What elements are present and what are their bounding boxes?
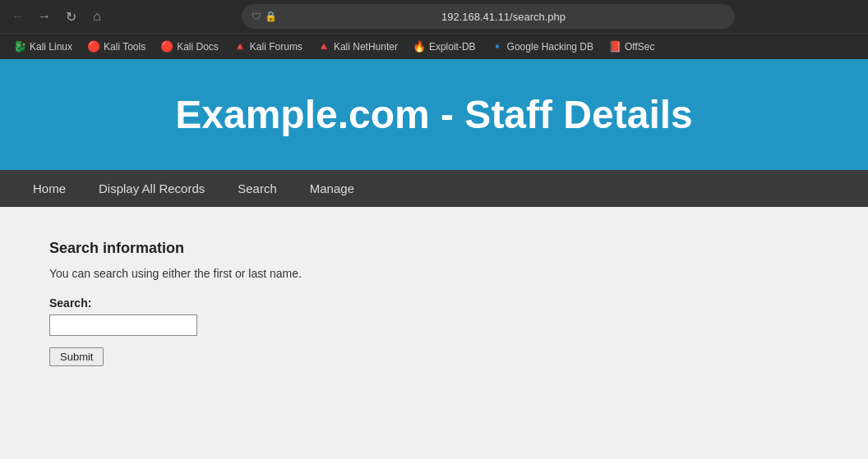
bookmark-exploit-db-label: Exploit-DB (429, 41, 476, 53)
bookmark-kali-tools-label: Kali Tools (104, 41, 145, 53)
search-heading: Search information (49, 240, 819, 257)
lock-icon: 🔒 (265, 11, 277, 22)
bookmark-kali-tools[interactable]: 🔴 Kali Tools (81, 38, 152, 55)
search-input[interactable] (49, 314, 197, 336)
kali-nethunter-icon: 🔺 (317, 40, 330, 53)
kali-linux-icon: 🐉 (13, 40, 26, 53)
bookmark-kali-docs-label: Kali Docs (177, 41, 219, 53)
bookmark-google-hacking-db-label: Google Hacking DB (507, 41, 593, 53)
bookmark-exploit-db[interactable]: 🔥 Exploit-DB (406, 38, 482, 55)
kali-docs-icon: 🔴 (160, 40, 173, 53)
back-button[interactable]: ← (7, 5, 30, 28)
home-button[interactable]: ⌂ (85, 5, 108, 28)
google-hacking-db-icon: 🔹 (491, 40, 504, 53)
address-text: 192.168.41.11/search.php (282, 11, 725, 23)
browser-chrome: ← → ↻ ⌂ 🛡 🔒 192.168.41.11/search.php (0, 0, 868, 33)
nav-link-display-all-records[interactable]: Display All Records (82, 170, 221, 207)
bookmark-kali-nethunter-label: Kali NetHunter (334, 41, 398, 53)
kali-tools-icon: 🔴 (87, 40, 100, 53)
browser-nav-buttons: ← → ↻ ⌂ (7, 5, 108, 28)
bookmark-google-hacking-db[interactable]: 🔹 Google Hacking DB (484, 38, 600, 55)
content-area: Search information You can search using … (0, 207, 868, 437)
bookmark-kali-forums[interactable]: 🔺 Kali Forums (227, 38, 309, 55)
bookmark-kali-linux-label: Kali Linux (30, 41, 72, 53)
nav-item-home: Home (16, 170, 82, 207)
bookmark-kali-linux[interactable]: 🐉 Kali Linux (7, 38, 79, 55)
exploit-db-icon: 🔥 (413, 40, 426, 53)
forward-button[interactable]: → (33, 5, 56, 28)
kali-forums-icon: 🔺 (233, 40, 247, 53)
reload-button[interactable]: ↻ (59, 5, 82, 28)
bookmarks-bar: 🐉 Kali Linux 🔴 Kali Tools 🔴 Kali Docs 🔺 … (0, 33, 868, 59)
search-section: Search information You can search using … (49, 240, 819, 366)
bookmark-kali-docs[interactable]: 🔴 Kali Docs (154, 38, 225, 55)
bookmark-kali-forums-label: Kali Forums (250, 41, 302, 53)
search-label: Search: (49, 296, 819, 310)
nav-link-home[interactable]: Home (16, 170, 82, 207)
offsec-icon: 📕 (608, 40, 621, 53)
bookmark-offsec[interactable]: 📕 OffSec (602, 38, 661, 55)
nav-link-manage[interactable]: Manage (293, 170, 371, 207)
submit-button[interactable]: Submit (49, 347, 104, 366)
nav-link-search[interactable]: Search (221, 170, 293, 207)
shield-icon: 🛡 (252, 11, 261, 22)
bookmark-kali-nethunter[interactable]: 🔺 Kali NetHunter (311, 38, 404, 55)
page-hero: Example.com - Staff Details (0, 59, 868, 170)
main-navigation: Home Display All Records Search Manage (0, 170, 868, 207)
nav-item-manage: Manage (293, 170, 371, 207)
bookmark-offsec-label: OffSec (625, 41, 654, 53)
search-description: You can search using either the first or… (49, 267, 819, 280)
address-bar[interactable]: 🛡 🔒 192.168.41.11/search.php (242, 4, 735, 29)
page-title: Example.com - Staff Details (16, 92, 852, 137)
nav-item-search: Search (221, 170, 293, 207)
nav-item-display-all-records: Display All Records (82, 170, 221, 207)
